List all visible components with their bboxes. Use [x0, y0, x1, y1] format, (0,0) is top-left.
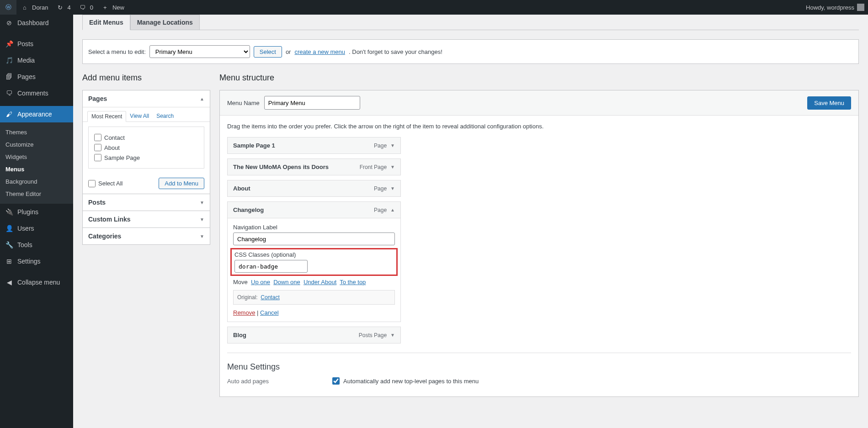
select-menu-button[interactable]: Select	[254, 46, 282, 58]
wordpress-icon: ⓦ	[4, 3, 13, 12]
select-all[interactable]: Select All	[88, 179, 122, 189]
sidebar-sub-themes[interactable]: Themes	[0, 126, 73, 138]
menu-item-title: Changelog	[233, 206, 264, 213]
media-icon: 🎵	[5, 56, 14, 65]
menu-item-bar[interactable]: Changelog Page▲	[228, 202, 400, 218]
nav-label-input[interactable]	[233, 232, 395, 245]
chevron-down-icon[interactable]: ▼	[390, 143, 395, 148]
page-check-sample[interactable]: Sample Page	[94, 153, 198, 163]
sidebar-label: Appearance	[17, 111, 52, 118]
sidebar-item-posts[interactable]: 📌Posts	[0, 36, 73, 52]
remove-link[interactable]: Remove	[233, 309, 255, 316]
chevron-down-icon[interactable]: ▼	[390, 186, 395, 191]
cancel-link[interactable]: Cancel	[260, 309, 278, 316]
site-name[interactable]: ⌂Doran	[16, 0, 52, 15]
sidebar-collapse[interactable]: ◀Collapse menu	[0, 274, 73, 291]
move-down-one[interactable]: Down one	[273, 279, 300, 285]
comment-icon: 🗨	[78, 3, 87, 12]
sidebar-label: Collapse menu	[17, 279, 60, 286]
sidebar-sub-menus[interactable]: Menus	[0, 163, 73, 175]
comment-icon: 🗨	[5, 89, 14, 98]
tab-manage-locations[interactable]: Manage Locations	[130, 15, 200, 30]
page-checkbox[interactable]	[94, 134, 101, 141]
move-under-about[interactable]: Under About	[304, 279, 336, 285]
create-new-menu-link[interactable]: create a new menu	[294, 48, 345, 55]
menu-name-input[interactable]	[264, 96, 360, 110]
postbox-categories-header[interactable]: Categories ▼	[83, 228, 210, 244]
sidebar-item-pages[interactable]: 🗐Pages	[0, 69, 73, 85]
comments-bubble[interactable]: 🗨0	[75, 0, 97, 15]
sidebar-label: Tools	[17, 241, 32, 248]
auto-add-text: Automatically add new top-level pages to…	[343, 378, 479, 385]
sidebar-item-settings[interactable]: ⊞Settings	[0, 253, 73, 269]
chevron-down-icon: ▼	[200, 217, 204, 222]
original-link[interactable]: Contact	[261, 294, 279, 301]
auto-add-checkbox[interactable]	[332, 377, 340, 385]
move-to-top[interactable]: To the top	[340, 279, 366, 285]
menu-item-umoma[interactable]: The New UMoMA Opens its Doors Front Page…	[227, 159, 401, 175]
pages-tab-search[interactable]: Search	[153, 111, 177, 122]
menu-item-sample-page[interactable]: Sample Page 1 Page▼	[227, 137, 401, 154]
sidebar-item-tools[interactable]: 🔧Tools	[0, 237, 73, 253]
updates[interactable]: ↻4	[52, 0, 74, 15]
howdy[interactable]: Howdy, wordpress	[802, 0, 868, 15]
or-text: or	[286, 48, 291, 55]
new-content[interactable]: +New	[97, 0, 128, 15]
auto-add-control[interactable]: Automatically add new top-level pages to…	[332, 377, 479, 385]
auto-add-row: Auto add pages Automatically add new top…	[227, 377, 851, 385]
sidebar-sub-widgets[interactable]: Widgets	[0, 151, 73, 163]
sidebar-sub-customize[interactable]: Customize	[0, 138, 73, 151]
auto-add-label: Auto add pages	[227, 378, 332, 385]
menu-item-title: Blog	[233, 332, 246, 338]
menu-select-dropdown[interactable]: Primary Menu	[149, 45, 250, 58]
home-icon: ⌂	[20, 3, 29, 12]
save-menu-button[interactable]: Save Menu	[807, 96, 851, 110]
brush-icon: 🖌	[5, 110, 14, 119]
sidebar-item-media[interactable]: 🎵Media	[0, 52, 73, 69]
plug-icon: 🔌	[5, 207, 14, 217]
sidebar-item-comments[interactable]: 🗨Comments	[0, 85, 73, 101]
select-menu-label: Select a menu to edit:	[88, 48, 146, 55]
drag-notice: Drag the items into the order you prefer…	[227, 123, 851, 130]
menu-item-changelog: Changelog Page▲ Navigation Label	[227, 201, 401, 322]
save-hint: . Don't forget to save your changes!	[349, 48, 442, 55]
pages-tab-viewall[interactable]: View All	[126, 111, 153, 122]
pages-tab-recent[interactable]: Most Recent	[87, 111, 126, 122]
menu-item-about[interactable]: About Page▼	[227, 180, 401, 197]
postbox-title: Pages	[88, 95, 107, 102]
sidebar-label: Comments	[17, 90, 48, 97]
remove-cancel-row: Remove | Cancel	[233, 309, 395, 316]
select-all-checkbox[interactable]	[88, 180, 96, 187]
move-up-one[interactable]: Up one	[251, 279, 270, 285]
wp-logo[interactable]: ⓦ	[0, 0, 16, 15]
page-check-contact[interactable]: Contact	[94, 132, 198, 143]
menu-item-blog[interactable]: Blog Posts Page▼	[227, 327, 401, 343]
add-to-menu-button[interactable]: Add to Menu	[159, 178, 204, 189]
page-check-about[interactable]: About	[94, 143, 198, 153]
page-label: Contact	[104, 134, 125, 141]
sidebar-item-appearance[interactable]: 🖌Appearance	[0, 106, 73, 122]
sliders-icon: ⊞	[5, 257, 14, 266]
sidebar-sub-background[interactable]: Background	[0, 175, 73, 188]
sidebar-item-plugins[interactable]: 🔌Plugins	[0, 204, 73, 220]
sidebar-sub-theme-editor[interactable]: Theme Editor	[0, 188, 73, 200]
chevron-up-icon[interactable]: ▲	[390, 207, 395, 212]
chevron-down-icon[interactable]: ▼	[390, 333, 395, 338]
sidebar-item-users[interactable]: 👤Users	[0, 220, 73, 237]
page-checkbox[interactable]	[94, 154, 101, 161]
howdy-label: Howdy, wordpress	[806, 4, 854, 11]
sidebar-item-dashboard[interactable]: ⊘Dashboard	[0, 15, 73, 31]
separator: |	[257, 309, 260, 316]
wrench-icon: 🔧	[5, 240, 14, 249]
nav-label-label: Navigation Label	[233, 224, 395, 231]
chevron-down-icon[interactable]: ▼	[390, 164, 395, 169]
page-checkbox[interactable]	[94, 144, 101, 151]
css-classes-input[interactable]	[234, 260, 308, 273]
tab-edit-menus[interactable]: Edit Menus	[82, 15, 130, 30]
postbox-title: Custom Links	[88, 216, 131, 223]
postbox-pages-header[interactable]: Pages ▲	[83, 90, 210, 107]
menu-select-row: Select a menu to edit: Primary Menu Sele…	[82, 39, 859, 64]
postbox-posts: Posts ▼	[82, 194, 210, 211]
postbox-custom-links-header[interactable]: Custom Links ▼	[83, 211, 210, 227]
postbox-posts-header[interactable]: Posts ▼	[83, 194, 210, 211]
